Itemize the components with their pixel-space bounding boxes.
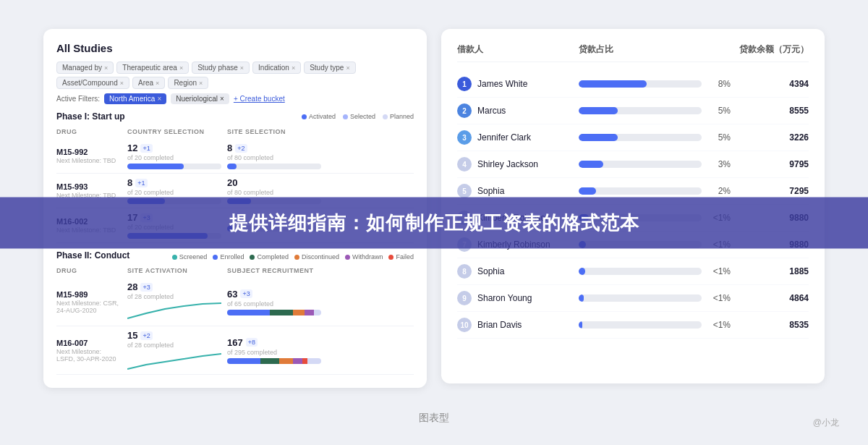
filter-indication[interactable]: Indication × xyxy=(252,62,301,74)
right-panel-header: 借款人 贷款占比 贷款余额（万元） xyxy=(457,43,809,62)
site-bar xyxy=(227,164,237,169)
pct-label: 8% xyxy=(707,79,731,89)
borrower-name-cell: 10 Brian Davis xyxy=(457,318,573,332)
bar-cell: 5% xyxy=(579,106,731,116)
progress-track xyxy=(579,294,702,302)
bar-cell: 5% xyxy=(579,132,731,143)
filter-asset[interactable]: Asset/Compound × xyxy=(56,77,129,89)
borrower-name: Brian Davis xyxy=(477,320,522,330)
phase1-col-headers: DRUG COUNTRY SELECTION SITE SELECTION xyxy=(56,126,414,137)
pct-label: <1% xyxy=(707,266,731,276)
borrower-name: Sophia xyxy=(477,266,504,276)
borrower-name: Shirley Jackson xyxy=(477,159,538,169)
study-name-cell: M16-007 Next Milestone: LSFD, 30-APR-202… xyxy=(56,339,122,363)
borrower-name-cell: 3 Jennifer Clark xyxy=(457,130,573,145)
phase2-legend: Screened Enrolled Completed Discontinued… xyxy=(172,253,414,260)
site-activation-cell2: 15 +2 of 28 completed xyxy=(127,330,221,370)
amount-label: 8555 xyxy=(736,106,809,116)
planned-dot xyxy=(383,114,388,119)
left-panel-title: All Studies xyxy=(56,42,414,54)
banner-overlay: 提供详细指南：如何制作正规工资表的格式范本 xyxy=(0,197,868,248)
list-item: 10 Brian Davis <1% 8535 xyxy=(457,312,809,339)
activated-dot xyxy=(302,114,307,119)
subject-recruitment-cell2: 167 +8 of 295 completed xyxy=(227,337,321,364)
bar-cell: 2% xyxy=(579,186,731,196)
col-site-act: SITE ACTIVATION xyxy=(127,267,221,274)
bottom-label: 图表型 xyxy=(419,412,449,425)
active-filter-north-america[interactable]: North America × xyxy=(104,93,166,104)
study-name-cell: M15-992 Next Milestone: TBD xyxy=(56,148,122,164)
progress-track xyxy=(579,107,702,114)
filter-region[interactable]: Region × xyxy=(168,77,208,89)
list-item: 3 Jennifer Clark 5% 3226 xyxy=(457,124,809,151)
amount-label: 8535 xyxy=(736,320,809,330)
borrower-name: Jennifer Clark xyxy=(477,132,531,143)
sparkline2 xyxy=(127,349,221,370)
col-drug2: DRUG xyxy=(56,267,122,274)
rank-badge: 9 xyxy=(457,291,472,305)
col-site: SITE SELECTION xyxy=(227,128,321,135)
phase2-col-headers: DRUG SITE ACTIVATION SUBJECT RECRUITMENT xyxy=(56,265,414,276)
watermark: @小龙 xyxy=(813,417,839,429)
borrower-name-cell: 9 Sharon Young xyxy=(457,291,573,305)
table-row: M15-992 Next Milestone: TBD 12 +1 of 20 … xyxy=(56,139,414,174)
progress-fill xyxy=(579,134,618,141)
banner-text: 提供详细指南：如何制作正规工资表的格式范本 xyxy=(229,211,639,233)
filter-therapeutic[interactable]: Therapeutic area × xyxy=(116,62,189,74)
progress-fill xyxy=(579,161,603,168)
progress-track xyxy=(579,321,702,329)
filter-study-type[interactable]: Study type × xyxy=(304,62,356,74)
phase2-section: Phase II: Conduct Screened Enrolled Comp… xyxy=(56,250,414,375)
col-country: COUNTRY SELECTION xyxy=(127,128,221,135)
progress-fill xyxy=(579,294,584,302)
active-filter-nueriological[interactable]: Nueriological × xyxy=(171,93,229,104)
borrower-name: James White xyxy=(477,79,527,89)
amount-label: 4864 xyxy=(736,293,809,303)
progress-fill xyxy=(579,268,585,275)
list-item: 8 Sophia <1% 1885 xyxy=(457,258,809,285)
col-amount-header: 贷款余额（万元） xyxy=(736,43,809,56)
list-item: 9 Sharon Young <1% 4864 xyxy=(457,285,809,312)
progress-track xyxy=(579,161,702,168)
table-row: M15-989 Next Milestone: CSR, 24-AUG-2020… xyxy=(56,278,414,326)
rank-badge: 2 xyxy=(457,103,472,118)
pct-label: <1% xyxy=(707,320,731,330)
rank-badge: 4 xyxy=(457,157,472,171)
progress-fill xyxy=(579,187,596,195)
sparkline xyxy=(127,300,221,322)
col-drug: DRUG xyxy=(56,128,122,135)
list-item: 2 Marcus 5% 8555 xyxy=(457,98,809,124)
col-borrower-header: 借款人 xyxy=(457,43,573,56)
subject-bar2 xyxy=(227,358,321,364)
site-activation-cell: 28 +3 of 28 completed xyxy=(127,281,221,322)
rank-badge: 10 xyxy=(457,318,472,332)
bar-cell: 3% xyxy=(579,159,731,169)
phase1-legend: Activated Selected Planned xyxy=(302,113,414,120)
borrower-name: Sharon Young xyxy=(477,293,532,303)
bar-cell: <1% xyxy=(579,293,731,303)
filter-bar: Managed by × Therapeutic area × Study ph… xyxy=(56,62,414,89)
subject-bar xyxy=(227,310,321,315)
bar-cell: <1% xyxy=(579,266,731,276)
active-filters: Active Filters: North America × Nueriolo… xyxy=(56,93,414,104)
list-item: 4 Shirley Jackson 3% 9795 xyxy=(457,151,809,178)
borrower-name: Marcus xyxy=(477,106,506,116)
amount-label: 7295 xyxy=(736,186,809,196)
pct-label: 5% xyxy=(707,132,731,143)
pct-label: <1% xyxy=(707,293,731,303)
study-name: M15-993 xyxy=(56,182,122,191)
country-cell: 12 +1 of 20 completed xyxy=(127,143,221,169)
create-bucket-link[interactable]: + Create bucket xyxy=(234,95,285,103)
table-row: M16-007 Next Milestone: LSFD, 30-APR-202… xyxy=(56,326,414,375)
amount-label: 4394 xyxy=(736,79,809,89)
study-name: M15-992 xyxy=(56,148,122,156)
study-sub: Next Milestone: TBD xyxy=(56,157,122,164)
filter-study-phase[interactable]: Study phase × xyxy=(192,62,250,74)
borrower-name-cell: 1 James White xyxy=(457,77,573,91)
active-filters-label: Active Filters: xyxy=(56,95,100,103)
progress-track xyxy=(579,80,702,88)
progress-track xyxy=(579,187,702,195)
list-item: 1 James White 8% 4394 xyxy=(457,71,809,98)
filter-area[interactable]: Area × xyxy=(132,77,165,89)
filter-managed-by[interactable]: Managed by × xyxy=(56,62,114,74)
